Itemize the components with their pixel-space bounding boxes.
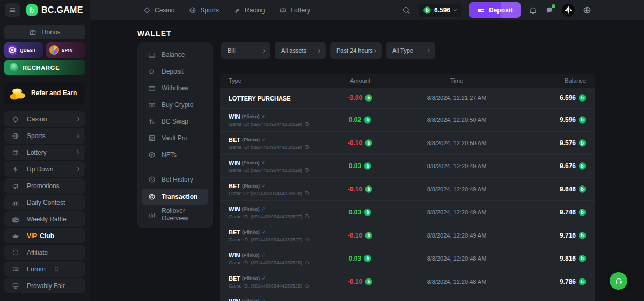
copy-icon[interactable]	[304, 237, 309, 242]
bc-coin-icon: b	[579, 209, 586, 216]
link-icon[interactable]	[261, 114, 266, 119]
wallet-nav-bet-history[interactable]: Bet History	[137, 171, 213, 188]
sidebar-item-affiliate[interactable]: Affiliate	[4, 245, 85, 260]
sidebar-item-casino[interactable]: Casino	[4, 111, 85, 127]
transaction-time: 8/8/2024, 12:20:50 AM	[427, 140, 487, 146]
megaphone-icon	[12, 182, 19, 190]
brand-logo[interactable]: b BC.GAME	[26, 4, 83, 16]
copy-icon[interactable]	[304, 121, 309, 126]
user-avatar[interactable]	[562, 4, 575, 17]
headset-icon	[614, 277, 623, 285]
transaction-time: 8/8/2024, 12:20:50 AM	[427, 117, 487, 123]
vip-label: VIP	[27, 232, 37, 240]
link-icon[interactable]	[261, 183, 266, 188]
sidebar-item-weekly-raffle[interactable]: Weekly Raffle	[4, 211, 85, 227]
wallet-nav-label: Balance	[162, 51, 185, 59]
copy-icon[interactable]	[304, 260, 309, 265]
sidebar-item-daily-contest[interactable]: Daily Contest	[4, 195, 85, 210]
wallet-nav-transaction[interactable]: Transaction	[142, 189, 208, 205]
wallet-nav-buy-crypto[interactable]: Buy Crypto	[137, 96, 213, 113]
left-sidebar: Bonus QUEST SPIN RECHARGE Refer and Ear	[0, 20, 90, 301]
copy-icon[interactable]	[304, 145, 309, 149]
transaction-type: WIN	[229, 298, 240, 301]
transaction-amount: 0.03b	[349, 209, 371, 216]
support-button[interactable]	[610, 272, 627, 290]
wallet-nav-balance[interactable]: Balance	[137, 46, 213, 63]
filter-assets[interactable]: All assets	[275, 42, 326, 59]
sidebar-item-forum[interactable]: Forum	[4, 261, 85, 277]
wallet-nav-deposit[interactable]: Deposit	[137, 63, 213, 80]
transaction-balance: 9.676b	[560, 162, 586, 170]
bc-coin-icon: b	[365, 232, 372, 239]
crown-icon	[12, 232, 19, 240]
divider	[145, 167, 205, 167]
hamburger-menu-button[interactable]	[5, 3, 20, 17]
search-button[interactable]	[402, 6, 411, 15]
filter-type[interactable]: All Type	[386, 42, 435, 59]
language-button[interactable]	[583, 6, 591, 15]
link-icon[interactable]	[261, 160, 266, 165]
quest-target-icon	[8, 45, 17, 55]
club-label: Club	[40, 232, 54, 240]
wallet-nav-vault-pro[interactable]: Vault Pro	[137, 130, 213, 146]
transaction-amount: -3.00b	[348, 94, 372, 102]
wallet-nav-label: Withdraw	[162, 84, 188, 92]
copy-icon[interactable]	[304, 214, 309, 219]
transaction-type: LOTTERY PURCHASE	[229, 95, 291, 102]
wallet-nav-bc-swap[interactable]: BC Swap	[137, 113, 213, 130]
filter-bill[interactable]: Bill	[221, 42, 270, 59]
copy-icon[interactable]	[304, 168, 309, 173]
wallet-nav-nfts[interactable]: NFTs	[137, 146, 213, 163]
refer-and-earn-button[interactable]: Refer and Earn	[4, 82, 85, 104]
copy-icon[interactable]	[304, 283, 309, 288]
bonus-label: Bonus	[42, 28, 60, 36]
bc-game-app: b BC.GAME Casino Sports Racing Lottery	[0, 0, 644, 301]
link-icon[interactable]	[261, 299, 266, 301]
transaction-balance: 9.716b	[560, 232, 586, 239]
game-id: Game ID: (891440893444230528)	[229, 168, 302, 173]
nav-sports[interactable]: Sports	[189, 6, 219, 14]
sidebar-item-sports[interactable]: Sports	[4, 128, 85, 144]
link-icon[interactable]	[261, 206, 266, 211]
deposit-button[interactable]: Deposit	[469, 2, 521, 18]
search-icon	[402, 6, 411, 15]
link-icon[interactable]	[261, 253, 266, 257]
nav-lottery[interactable]: Lottery	[279, 6, 310, 14]
game-name: (Plinko)	[242, 183, 260, 189]
game-id: Game ID: (891440893444230527)	[229, 214, 302, 219]
link-icon[interactable]	[261, 230, 266, 234]
transaction-type: BET	[229, 229, 240, 235]
nav-casino[interactable]: Casino	[143, 6, 174, 14]
transaction-amount: 0.03b	[349, 255, 371, 262]
sidebar-item-up-down[interactable]: Up Down	[4, 161, 85, 177]
filter-label: Past 24 hours	[336, 47, 373, 54]
transaction-amount: 0.02b	[349, 116, 371, 124]
balance-selector[interactable]: b 6.596	[419, 4, 461, 17]
table-row: BET(Plinko) Game ID: (891440893444230528…	[220, 177, 595, 200]
sidebar-item-lottery[interactable]: Lottery	[4, 145, 85, 160]
notifications-button[interactable]	[529, 6, 537, 15]
spin-button[interactable]: SPIN	[46, 42, 85, 58]
sidebar-item-vip-club[interactable]: VIP Club	[4, 228, 85, 243]
wallet-nav-rollover-overview[interactable]: Rollover Overview	[137, 206, 213, 223]
chat-button[interactable]	[545, 6, 554, 15]
filter-label: All Type	[392, 47, 413, 54]
swap-arrows-icon	[148, 118, 156, 125]
wallet-nav-label: BC Swap	[162, 118, 188, 125]
recharge-icon	[10, 63, 18, 72]
gold-coins-icon	[9, 85, 27, 101]
filter-time-range[interactable]: Past 24 hours	[330, 42, 382, 59]
forum-icon	[12, 266, 19, 273]
sidebar-item-provably-fair[interactable]: Provably Fair	[4, 278, 85, 293]
sidebar-item-promotions[interactable]: Promotions	[4, 178, 85, 194]
wallet-nav-withdraw[interactable]: Withdraw	[137, 80, 213, 96]
transaction-amount: -0.10b	[348, 278, 372, 285]
copy-icon[interactable]	[304, 191, 309, 196]
quest-button[interactable]: QUEST	[4, 42, 43, 58]
link-icon[interactable]	[261, 276, 266, 281]
recharge-button[interactable]: RECHARGE	[4, 60, 85, 75]
transaction-type: WIN	[229, 252, 240, 259]
link-icon[interactable]	[261, 137, 266, 142]
bonus-button[interactable]: Bonus	[4, 25, 85, 39]
nav-racing[interactable]: Racing	[233, 6, 265, 14]
